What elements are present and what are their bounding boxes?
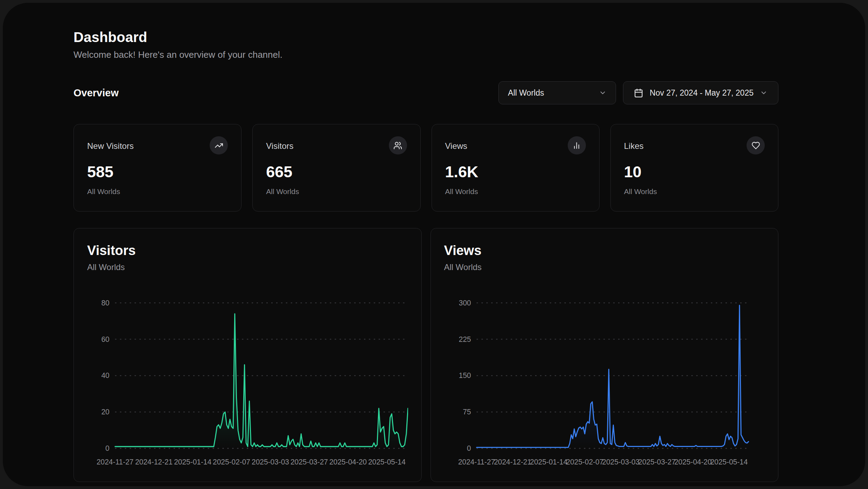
stat-card-views: Views 1.6K All Worlds <box>432 124 600 212</box>
views-line-chart[interactable]: 0751502253002024-11-272024-12-212025-01-… <box>444 288 765 474</box>
stat-card-likes: Likes 10 All Worlds <box>610 124 778 212</box>
stat-card-new-visitors: New Visitors 585 All Worlds <box>74 124 241 212</box>
stat-value: 585 <box>87 163 228 181</box>
stat-value: 1.6K <box>445 163 586 181</box>
world-filter-value: All Worlds <box>508 88 544 98</box>
date-range-value: Nov 27, 2024 - May 27, 2025 <box>650 88 754 98</box>
stat-value: 10 <box>624 163 765 181</box>
chevron-down-icon <box>599 89 607 97</box>
visitors-line-chart[interactable]: 0204060802024-11-272024-12-212025-01-142… <box>87 288 408 474</box>
stat-card-visitors: Visitors 665 All Worlds <box>252 124 420 212</box>
trending-up-icon <box>210 136 228 154</box>
stat-value: 665 <box>266 163 407 181</box>
views-chart-card: Views All Worlds 0751502253002024-11-272… <box>430 228 779 482</box>
world-filter-select[interactable]: All Worlds <box>498 81 616 104</box>
svg-text:75: 75 <box>463 408 471 416</box>
charts-grid: Visitors All Worlds 0204060802024-11-272… <box>74 228 778 482</box>
svg-text:2025-05-14: 2025-05-14 <box>710 457 748 466</box>
date-range-picker[interactable]: Nov 27, 2024 - May 27, 2025 <box>623 81 778 104</box>
svg-text:2025-02-07: 2025-02-07 <box>213 457 250 466</box>
stat-label: Views <box>445 141 468 151</box>
bar-chart-icon <box>568 136 586 154</box>
heart-icon <box>747 136 765 154</box>
svg-text:2024-11-27: 2024-11-27 <box>97 457 133 466</box>
stat-label: Visitors <box>266 141 293 151</box>
stat-label: New Visitors <box>87 141 134 151</box>
overview-toolbar: Overview All Worlds Nov 27, 2024 - May 2… <box>74 81 778 104</box>
visitors-chart-card: Visitors All Worlds 0204060802024-11-272… <box>74 228 422 482</box>
chevron-down-icon <box>760 89 768 97</box>
svg-text:2024-12-21: 2024-12-21 <box>135 457 173 466</box>
users-icon <box>389 136 407 154</box>
svg-text:2024-12-21: 2024-12-21 <box>494 457 531 466</box>
overview-heading: Overview <box>74 87 119 99</box>
svg-text:2025-04-20: 2025-04-20 <box>329 457 367 466</box>
svg-text:0: 0 <box>105 444 110 452</box>
calendar-icon <box>634 88 643 98</box>
svg-text:225: 225 <box>458 335 471 343</box>
svg-text:0: 0 <box>467 444 471 452</box>
stat-scope: All Worlds <box>87 187 228 196</box>
svg-text:40: 40 <box>101 371 109 379</box>
svg-text:2025-01-14: 2025-01-14 <box>174 457 211 466</box>
main-content: Dashboard Welcome back! Here's an overvi… <box>74 3 778 482</box>
svg-text:60: 60 <box>101 335 109 343</box>
dashboard-root: Dashboard Welcome back! Here's an overvi… <box>3 3 865 486</box>
svg-text:2024-11-27: 2024-11-27 <box>458 457 495 466</box>
svg-text:150: 150 <box>458 371 471 379</box>
chart-subtitle: All Worlds <box>444 262 765 272</box>
svg-text:2025-02-07: 2025-02-07 <box>566 457 603 466</box>
svg-text:2025-03-27: 2025-03-27 <box>638 457 676 466</box>
svg-text:2025-03-03: 2025-03-03 <box>602 457 639 466</box>
chart-title: Visitors <box>87 243 408 258</box>
svg-text:2025-04-20: 2025-04-20 <box>674 457 712 466</box>
chart-title: Views <box>444 243 765 258</box>
page-subtitle: Welcome back! Here's an overview of your… <box>74 49 778 60</box>
stats-grid: New Visitors 585 All Worlds Visitors 665… <box>74 124 778 212</box>
svg-text:20: 20 <box>101 408 109 416</box>
stat-label: Likes <box>624 141 644 151</box>
stat-scope: All Worlds <box>624 187 765 196</box>
page-header: Dashboard Welcome back! Here's an overvi… <box>74 29 778 60</box>
chart-subtitle: All Worlds <box>87 262 408 272</box>
stat-scope: All Worlds <box>266 187 407 196</box>
stat-scope: All Worlds <box>445 187 586 196</box>
svg-text:80: 80 <box>101 298 109 307</box>
svg-text:2025-03-03: 2025-03-03 <box>252 457 289 466</box>
svg-text:2025-03-27: 2025-03-27 <box>290 457 328 466</box>
overview-controls: All Worlds Nov 27, 2024 - May 27, 2025 <box>498 81 778 104</box>
svg-text:2025-05-14: 2025-05-14 <box>368 457 406 466</box>
svg-text:2025-01-14: 2025-01-14 <box>530 457 567 466</box>
svg-text:300: 300 <box>458 298 471 307</box>
page-title: Dashboard <box>74 29 778 45</box>
